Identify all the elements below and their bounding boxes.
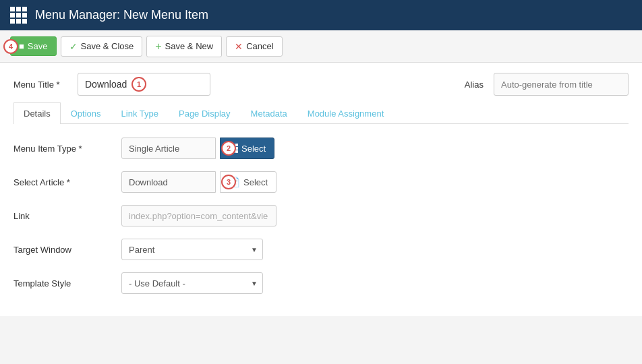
tab-metadata[interactable]: Metadata: [241, 102, 297, 124]
template-style-wrapper: - Use Default - Beez3 Protostar ▼: [121, 272, 263, 294]
menu-title-label: Menu Title *: [13, 80, 67, 90]
tab-page-display[interactable]: Page Display: [169, 102, 241, 124]
cancel-button[interactable]: ✕ Cancel: [226, 36, 282, 57]
template-style-row: Template Style - Use Default - Beez3 Pro…: [13, 272, 629, 294]
link-input[interactable]: [121, 205, 276, 226]
template-style-select[interactable]: - Use Default - Beez3 Protostar: [121, 272, 263, 294]
template-style-label: Template Style: [13, 278, 121, 289]
save-new-button[interactable]: + Save & New: [146, 36, 222, 57]
alias-input[interactable]: [494, 73, 629, 96]
checkmark-icon: ✓: [69, 41, 78, 52]
tab-bar: Details Options Link Type Page Display M…: [13, 102, 629, 124]
tab-options[interactable]: Options: [61, 102, 111, 124]
target-window-label: Target Window: [13, 245, 121, 255]
grid-menu-icon[interactable]: [10, 7, 27, 24]
link-row: Link: [13, 205, 629, 226]
app-header: Menu Manager: New Menu Item: [0, 0, 642, 30]
target-window-wrapper: Parent New Window Popup ▼: [121, 239, 263, 260]
x-icon: ✕: [235, 41, 243, 52]
plus-icon: +: [155, 40, 161, 53]
target-window-row: Target Window Parent New Window Popup ▼: [13, 239, 629, 260]
annotation-2: 2: [221, 141, 236, 156]
select-article-label: Select Article *: [13, 177, 121, 187]
tab-link-type[interactable]: Link Type: [111, 102, 169, 124]
select-article-value: Download: [121, 171, 216, 193]
save-close-button[interactable]: ✓ Save & Close: [61, 36, 143, 57]
menu-title-row: Menu Title * Download 1 Alias: [13, 73, 629, 96]
annotation-4: 4: [3, 39, 18, 54]
menu-item-type-row: Menu Item Type * Single Article Select 2: [13, 138, 629, 159]
toolbar: 4 ■ Save ✓ Save & Close + Save & New ✕ C…: [0, 30, 642, 63]
tab-module-assignment[interactable]: Module Assignment: [297, 102, 394, 124]
main-content: Menu Title * Download 1 Alias Details Op…: [0, 63, 642, 316]
save-icon: ■: [19, 41, 24, 51]
link-label: Link: [13, 211, 121, 221]
select-article-row: Select Article * Download 📄 Select 3: [13, 171, 629, 193]
annotation-3: 3: [221, 175, 236, 189]
annotation-1: 1: [132, 77, 146, 92]
page-title: Menu Manager: New Menu Item: [35, 8, 208, 22]
menu-item-type-value: Single Article: [121, 138, 216, 159]
menu-item-type-label: Menu Item Type *: [13, 144, 121, 154]
target-window-select[interactable]: Parent New Window Popup: [121, 239, 263, 260]
alias-label: Alias: [465, 80, 484, 90]
tab-details[interactable]: Details: [13, 102, 61, 124]
